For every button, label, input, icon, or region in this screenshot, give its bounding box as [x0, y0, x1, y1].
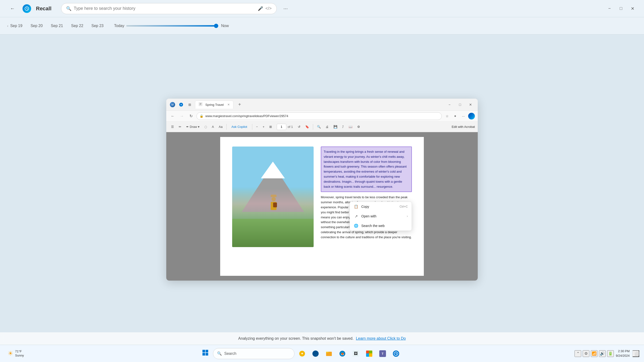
- weather-widget[interactable]: ☀ 71°F Sunny: [5, 350, 27, 358]
- tray-network-icon[interactable]: 📶: [591, 350, 598, 357]
- pdf-share-btn[interactable]: ⤴: [340, 123, 346, 130]
- system-tray: ⌃ ⚙ 📶 🔊 🔋: [574, 350, 614, 357]
- search-web-label: Search the web: [361, 224, 408, 228]
- svg-rect-13: [326, 353, 332, 356]
- taskbar-edge-icon[interactable]: [310, 348, 321, 359]
- taskbar-search-box[interactable]: 🔍 Search: [213, 348, 294, 359]
- svg-rect-21: [366, 353, 370, 357]
- browser-copilot-btn[interactable]: ✦: [178, 101, 184, 108]
- timeline-sep21[interactable]: Sep 21: [51, 24, 69, 28]
- maximize-button[interactable]: □: [617, 4, 625, 13]
- pdf-zoom-in-btn[interactable]: +: [261, 123, 266, 130]
- tab-favicon: P: [198, 102, 204, 107]
- pdf-aa-btn[interactable]: Aa: [217, 123, 224, 130]
- tray-battery-icon[interactable]: 🔋: [607, 350, 614, 357]
- app-title: Recall: [36, 5, 52, 12]
- pdf-rotate-btn[interactable]: ↺: [296, 123, 302, 130]
- taskbar-store-icon[interactable]: [364, 348, 375, 359]
- history-search-box[interactable]: 🔍 🎤 </>: [61, 3, 277, 14]
- context-menu-item-open-with[interactable]: ↗ Open with ›: [350, 211, 412, 221]
- pdf-print-btn[interactable]: 🖨: [324, 123, 330, 130]
- copilot-nav-icon[interactable]: ✦: [452, 113, 458, 119]
- back-button[interactable]: ←: [7, 3, 18, 14]
- pdf-eraser-btn[interactable]: ◌: [202, 123, 209, 130]
- taskbar-recall-icon[interactable]: [390, 348, 402, 359]
- pdf-toolbar: ☰ ✏ ✒ Draw ▾ ◌ A Aa Ask Copilot − + ⊞ of…: [166, 122, 478, 132]
- favorites-icon[interactable]: ☆: [444, 113, 450, 119]
- highlighted-paragraph[interactable]: Traveling in the spring brings a fresh s…: [321, 146, 412, 192]
- minimize-button[interactable]: −: [605, 4, 614, 13]
- copy-shortcut: Ctrl+C: [400, 205, 408, 208]
- taskbar-firefox-icon[interactable]: 🦊: [336, 348, 348, 359]
- taskbar-search-text: Search: [224, 352, 236, 356]
- browser-more-btn[interactable]: ···: [460, 113, 467, 119]
- windows-start-button[interactable]: [200, 348, 211, 359]
- timeline-bar: ‹ Sep 19 Sep 20 Sep 21 Sep 22 Sep 23 Tod…: [0, 17, 644, 34]
- pdf-zoom-out-btn[interactable]: −: [254, 123, 260, 130]
- context-menu-item-copy[interactable]: 📋 Copy Ctrl+C: [350, 202, 412, 211]
- browser-nav-extras: ☆ ✦ ···: [444, 113, 475, 119]
- tab-close-button[interactable]: ✕: [227, 103, 230, 106]
- pdf-immersive-reader-btn[interactable]: 📖: [347, 123, 354, 130]
- browser-profile-btn[interactable]: M: [169, 101, 176, 108]
- pdf-format-btn[interactable]: A: [210, 123, 216, 130]
- close-button[interactable]: ✕: [628, 4, 637, 13]
- timeline-date-sep19: Sep 19: [10, 24, 22, 28]
- svg-text:P: P: [200, 103, 202, 106]
- new-tab-button[interactable]: +: [236, 101, 243, 108]
- browser-close-btn[interactable]: ✕: [466, 100, 475, 109]
- context-menu-item-search-web[interactable]: 🌐 Search the web: [350, 221, 412, 231]
- tray-chevron-icon[interactable]: ⌃: [574, 350, 581, 357]
- timeline-sep19[interactable]: ‹ Sep 19: [7, 24, 28, 28]
- timeline-date-today: Today: [114, 24, 124, 28]
- svg-point-11: [312, 351, 319, 357]
- pdf-settings-btn[interactable]: ⚙: [355, 123, 362, 130]
- browser-back-button[interactable]: ←: [169, 112, 176, 120]
- taskbar-photos-icon[interactable]: 🖼: [350, 348, 362, 359]
- pdf-panel-toggle[interactable]: ☰: [169, 123, 176, 130]
- timeline-sep23[interactable]: Sep 23: [92, 24, 110, 28]
- page-number-input[interactable]: [277, 124, 286, 130]
- taskbar-teams-icon[interactable]: T: [377, 348, 388, 359]
- history-search-input[interactable]: [74, 6, 256, 11]
- tray-volume-icon[interactable]: 🔊: [599, 350, 606, 357]
- pdf-draw-btn[interactable]: ✒ Draw ▾: [184, 123, 202, 130]
- show-desktop-button[interactable]: ⬜: [632, 350, 639, 357]
- copilot-label[interactable]: Ask Copilot: [228, 125, 250, 129]
- url-text: www.margiestravel.com/springtravelideas/…: [205, 114, 288, 118]
- pdf-save-btn[interactable]: 💾: [332, 123, 339, 130]
- person-body: [271, 202, 276, 210]
- pdf-bookmark-btn[interactable]: 🔖: [303, 123, 311, 130]
- svg-text:T: T: [382, 352, 384, 356]
- timeline-today[interactable]: Today Now: [114, 24, 229, 28]
- tray-settings-icon[interactable]: ⚙: [583, 350, 590, 357]
- edit-acrobat-label[interactable]: Edit with Acrobat: [452, 125, 475, 129]
- taskbar-explorer-icon[interactable]: [323, 348, 335, 359]
- weather-condition: Sunny: [15, 354, 24, 358]
- context-menu: 📋 Copy Ctrl+C ↗ Open with › 🌐 Search the…: [350, 202, 412, 231]
- browser-refresh-button[interactable]: ↻: [187, 112, 194, 120]
- svg-rect-6: [206, 350, 208, 353]
- browser-workspaces-btn[interactable]: ⊞: [186, 101, 193, 108]
- code-icon[interactable]: </>: [266, 6, 272, 11]
- ground-area: [232, 219, 314, 247]
- pdf-annotation-btn[interactable]: ✏: [177, 123, 183, 130]
- notification-link[interactable]: Learn more about Click to Do: [356, 336, 406, 341]
- address-bar[interactable]: 🔒 www.margiestravel.com/springtravelidea…: [196, 112, 442, 120]
- taskbar-copilot-icon[interactable]: ✦: [296, 348, 308, 359]
- timeline-sep22[interactable]: Sep 22: [71, 24, 89, 28]
- taskbar-right: ⌃ ⚙ 📶 🔊 🔋 2:30 PM 9/24/2024 ⬜: [574, 349, 639, 358]
- time-widget[interactable]: 2:30 PM 9/24/2024: [616, 349, 630, 358]
- timeline-sep20[interactable]: Sep 20: [30, 24, 48, 28]
- browser-minimize-btn[interactable]: −: [445, 100, 454, 109]
- pdf-fit-btn[interactable]: ⊞: [268, 123, 274, 130]
- edge-logo[interactable]: [468, 113, 475, 119]
- pdf-search-btn[interactable]: 🔍: [315, 123, 323, 130]
- browser-restore-btn[interactable]: □: [456, 100, 464, 109]
- timeline-date-sep22: Sep 22: [71, 24, 84, 28]
- browser-tab-spring-travel[interactable]: P Spring Travel ✕: [195, 100, 233, 109]
- more-options-button[interactable]: ···: [282, 5, 290, 12]
- timeline-thumb: [214, 24, 218, 28]
- page-total: of 1: [288, 125, 293, 129]
- microphone-icon[interactable]: 🎤: [258, 6, 263, 11]
